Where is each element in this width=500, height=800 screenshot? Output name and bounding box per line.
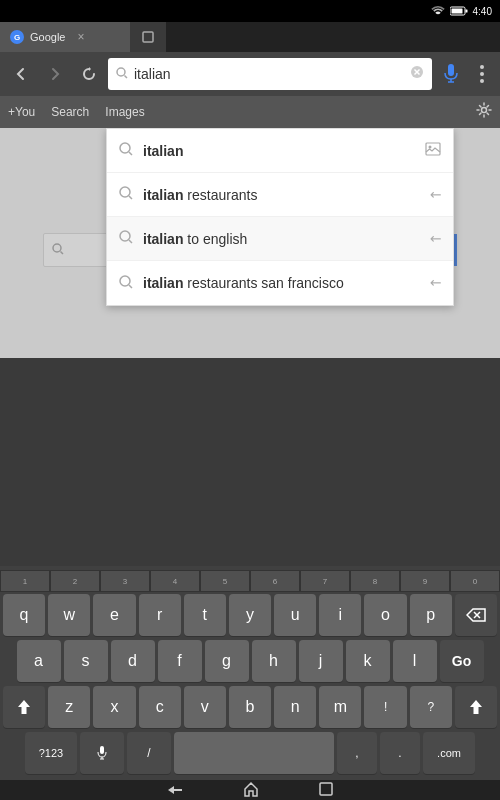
bookmark-search[interactable]: Search xyxy=(51,105,89,119)
svg-line-29 xyxy=(129,285,132,288)
suggestion-search-icon-2 xyxy=(119,186,133,203)
key-f[interactable]: f xyxy=(158,640,202,682)
suggestion-search-icon-4 xyxy=(119,275,133,292)
key-8[interactable]: 8 xyxy=(350,570,400,592)
tab-favicon: G xyxy=(10,30,24,44)
svg-rect-32 xyxy=(100,746,104,754)
symbols-key[interactable]: ?123 xyxy=(25,732,77,774)
key-4[interactable]: 4 xyxy=(150,570,200,592)
key-2[interactable]: 2 xyxy=(50,570,100,592)
time-display: 4:40 xyxy=(473,6,492,17)
key-l[interactable]: l xyxy=(393,640,437,682)
mic-key[interactable] xyxy=(80,732,124,774)
key-s[interactable]: s xyxy=(64,640,108,682)
autocomplete-item-restaurants[interactable]: italian restaurants ↗ xyxy=(107,173,453,217)
key-x[interactable]: x xyxy=(93,686,135,728)
key-d[interactable]: d xyxy=(111,640,155,682)
key-w[interactable]: w xyxy=(48,594,90,636)
svg-line-25 xyxy=(129,196,132,199)
svg-point-13 xyxy=(480,72,484,76)
new-tab-button[interactable] xyxy=(130,22,166,52)
dotcom-key[interactable]: .com xyxy=(423,732,475,774)
slash-key[interactable]: / xyxy=(127,732,171,774)
svg-rect-35 xyxy=(320,783,332,795)
suggestion-search-icon-1 xyxy=(119,142,133,159)
key-5[interactable]: 5 xyxy=(200,570,250,592)
autocomplete-item-sf[interactable]: italian restaurants san francisco ↗ xyxy=(107,261,453,305)
shift-right-key[interactable] xyxy=(455,686,497,728)
key-z[interactable]: z xyxy=(48,686,90,728)
shift-left-key[interactable] xyxy=(3,686,45,728)
forward-button[interactable] xyxy=(40,59,70,89)
key-g[interactable]: g xyxy=(205,640,249,682)
svg-point-20 xyxy=(120,143,130,153)
back-button[interactable] xyxy=(6,59,36,89)
key-m[interactable]: m xyxy=(319,686,361,728)
url-bar[interactable]: italian xyxy=(108,58,432,90)
key-c[interactable]: c xyxy=(139,686,181,728)
url-clear-button[interactable] xyxy=(410,65,424,83)
key-u[interactable]: u xyxy=(274,594,316,636)
svg-rect-1 xyxy=(451,9,462,14)
settings-icon[interactable] xyxy=(476,102,492,122)
key-o[interactable]: o xyxy=(364,594,406,636)
key-n[interactable]: n xyxy=(274,686,316,728)
key-y[interactable]: y xyxy=(229,594,271,636)
key-9[interactable]: 9 xyxy=(400,570,450,592)
key-j[interactable]: j xyxy=(299,640,343,682)
bookmark-plus-you[interactable]: +You xyxy=(8,105,35,119)
period-key[interactable]: . xyxy=(380,732,420,774)
key-exclaim[interactable]: ! xyxy=(364,686,406,728)
svg-line-17 xyxy=(61,251,64,254)
svg-point-23 xyxy=(429,146,432,149)
svg-rect-22 xyxy=(426,143,440,155)
nav-back-icon[interactable] xyxy=(167,782,183,798)
autocomplete-item-to-english[interactable]: italian to english ↗ xyxy=(107,217,453,261)
key-q[interactable]: q xyxy=(3,594,45,636)
key-v[interactable]: v xyxy=(184,686,226,728)
key-t[interactable]: t xyxy=(184,594,226,636)
keyboard-row-1: q w e r t y u i o p xyxy=(0,592,500,638)
suggestion-arrow-4: ↗ xyxy=(425,273,445,293)
key-r[interactable]: r xyxy=(139,594,181,636)
backspace-key[interactable] xyxy=(455,594,497,636)
key-3[interactable]: 3 xyxy=(100,570,150,592)
spacebar-key[interactable] xyxy=(174,732,334,774)
comma-key[interactable]: , xyxy=(337,732,377,774)
svg-point-16 xyxy=(53,244,61,252)
suggestion-arrow-2: ↗ xyxy=(425,185,445,205)
nav-recents-icon[interactable] xyxy=(319,782,333,799)
svg-point-14 xyxy=(480,79,484,83)
bookmark-images[interactable]: Images xyxy=(105,105,144,119)
go-key[interactable]: Go xyxy=(440,640,484,682)
key-question[interactable]: ? xyxy=(410,686,452,728)
url-query-text: italian xyxy=(134,66,404,82)
svg-point-12 xyxy=(480,65,484,69)
autocomplete-dropdown: italian italian restaurants ↗ xyxy=(106,128,454,306)
tab-title: Google xyxy=(30,31,65,43)
tab-close-button[interactable]: × xyxy=(77,30,84,44)
svg-rect-9 xyxy=(448,64,454,76)
key-0[interactable]: 0 xyxy=(450,570,500,592)
autocomplete-item-italian[interactable]: italian xyxy=(107,129,453,173)
nav-bar xyxy=(0,780,500,800)
key-p[interactable]: p xyxy=(410,594,452,636)
browser-menu-button[interactable] xyxy=(470,59,494,89)
refresh-button[interactable] xyxy=(74,59,104,89)
key-b[interactable]: b xyxy=(229,686,271,728)
key-7[interactable]: 7 xyxy=(300,570,350,592)
key-i[interactable]: i xyxy=(319,594,361,636)
svg-point-26 xyxy=(120,231,130,241)
key-1[interactable]: 1 xyxy=(0,570,50,592)
key-k[interactable]: k xyxy=(346,640,390,682)
browser-tab[interactable]: G Google × xyxy=(0,22,130,52)
suggestion-text-4: italian restaurants san francisco xyxy=(143,275,419,291)
key-h[interactable]: h xyxy=(252,640,296,682)
svg-rect-2 xyxy=(465,10,467,13)
key-6[interactable]: 6 xyxy=(250,570,300,592)
nav-home-icon[interactable] xyxy=(243,781,259,800)
voice-search-button[interactable] xyxy=(436,59,466,89)
suggestion-text-2: italian restaurants xyxy=(143,187,419,203)
key-a[interactable]: a xyxy=(17,640,61,682)
key-e[interactable]: e xyxy=(93,594,135,636)
